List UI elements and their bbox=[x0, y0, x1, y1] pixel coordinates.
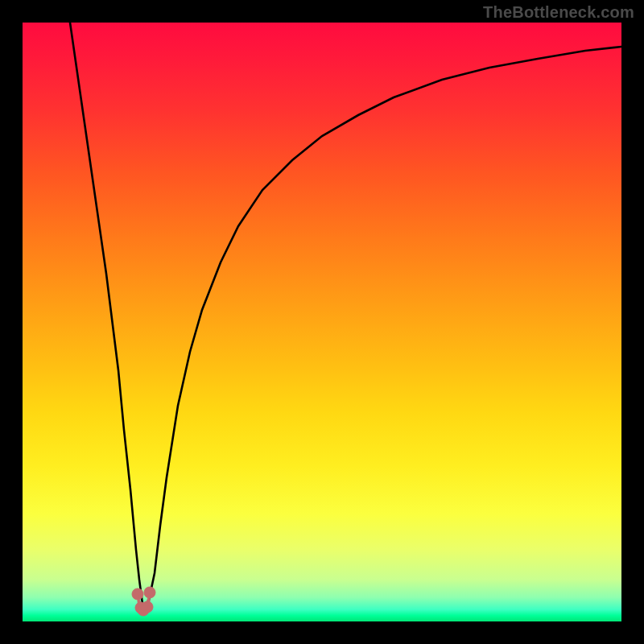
bottleneck-curve bbox=[70, 23, 621, 609]
watermark-text: TheBottleneck.com bbox=[483, 3, 634, 22]
curve-overlay bbox=[23, 23, 621, 621]
plot-area bbox=[23, 23, 621, 621]
marker-cluster bbox=[132, 587, 155, 616]
chart-frame: TheBottleneck.com bbox=[0, 0, 644, 644]
